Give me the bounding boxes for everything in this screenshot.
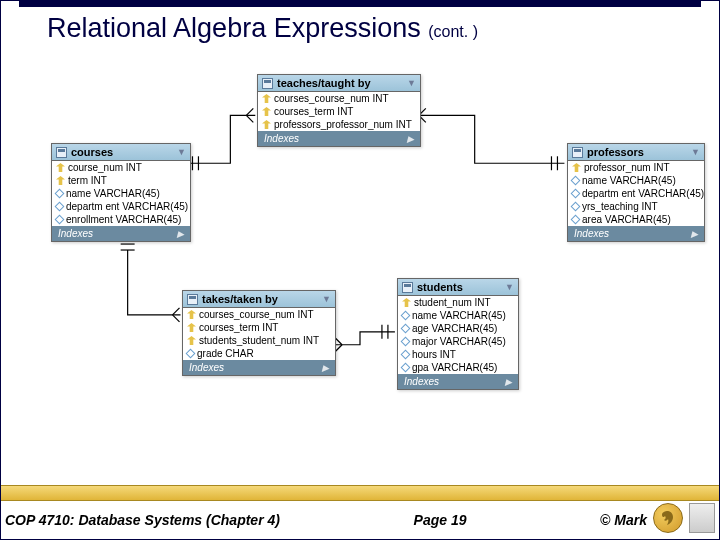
table-column: yrs_teaching INT: [568, 200, 704, 213]
table-students: students▼ student_num INTname VARCHAR(45…: [397, 278, 519, 390]
table-header: professors▼: [568, 144, 704, 161]
table-icon: [402, 282, 413, 293]
column-definition: area VARCHAR(45): [582, 214, 671, 225]
table-name: courses: [71, 146, 113, 158]
column-definition: student_num INT: [414, 297, 491, 308]
column-definition: name VARCHAR(45): [66, 188, 160, 199]
chevron-down-icon: ▼: [505, 282, 514, 292]
table-name: takes/taken by: [202, 293, 278, 305]
table-icon: [187, 294, 198, 305]
title-main: Relational Algebra Expressions: [47, 13, 428, 43]
table-icon: [572, 147, 583, 158]
page-title: Relational Algebra Expressions (cont. ): [19, 9, 701, 50]
key-icon: [187, 323, 196, 332]
footer: COP 4710: Database Systems (Chapter 4) P…: [1, 485, 719, 539]
table-column: age VARCHAR(45): [398, 322, 518, 335]
table-indexes: Indexes▶: [52, 226, 190, 241]
er-diagram: courses▼ course_num INTterm INTname VARC…: [1, 50, 719, 470]
column-definition: courses_term INT: [199, 322, 278, 333]
column-definition: hours INT: [412, 349, 456, 360]
key-icon: [187, 336, 196, 345]
table-column: students_student_num INT: [183, 334, 335, 347]
key-icon: [262, 107, 271, 116]
table-name: teaches/taught by: [277, 77, 371, 89]
key-icon: [187, 310, 196, 319]
column-definition: courses_course_num INT: [199, 309, 314, 320]
chevron-down-icon: ▼: [177, 147, 186, 157]
column-definition: course_num INT: [68, 162, 142, 173]
table-column: enrollment VARCHAR(45): [52, 213, 190, 226]
table-indexes: Indexes▶: [183, 360, 335, 375]
chevron-down-icon: ▼: [407, 78, 416, 88]
table-column: hours INT: [398, 348, 518, 361]
svg-line-12: [335, 338, 342, 345]
ucf-logo-icon: [653, 503, 683, 533]
table-icon: [262, 78, 273, 89]
table-column: departm ent VARCHAR(45): [52, 200, 190, 213]
column-definition: yrs_teaching INT: [582, 201, 658, 212]
column-definition: professor_num INT: [584, 162, 670, 173]
key-icon: [402, 298, 411, 307]
column-icon: [401, 363, 411, 373]
key-icon: [56, 163, 65, 172]
column-icon: [571, 176, 581, 186]
column-icon: [55, 202, 65, 212]
key-icon: [262, 94, 271, 103]
table-columns: course_num INTterm INTname VARCHAR(45)de…: [52, 161, 190, 226]
table-header: teaches/taught by▼: [258, 75, 420, 92]
table-icon: [56, 147, 67, 158]
footer-bar: [1, 485, 719, 501]
table-courses: courses▼ course_num INTterm INTname VARC…: [51, 143, 191, 242]
table-column: professor_num INT: [568, 161, 704, 174]
table-column: major VARCHAR(45): [398, 335, 518, 348]
column-definition: courses_course_num INT: [274, 93, 389, 104]
column-icon: [401, 350, 411, 360]
slide-control[interactable]: [689, 503, 715, 533]
table-indexes: Indexes▶: [258, 131, 420, 146]
table-column: name VARCHAR(45): [398, 309, 518, 322]
column-icon: [571, 189, 581, 199]
footer-page: Page 19: [280, 512, 600, 528]
footer-left: COP 4710: Database Systems (Chapter 4): [5, 512, 280, 528]
table-column: name VARCHAR(45): [568, 174, 704, 187]
table-column: courses_term INT: [258, 105, 420, 118]
column-definition: name VARCHAR(45): [582, 175, 676, 186]
column-icon: [401, 337, 411, 347]
table-column: student_num INT: [398, 296, 518, 309]
table-column: gpa VARCHAR(45): [398, 361, 518, 374]
key-icon: [262, 120, 271, 129]
table-column: courses_course_num INT: [258, 92, 420, 105]
table-columns: student_num INTname VARCHAR(45)age VARCH…: [398, 296, 518, 374]
column-definition: students_student_num INT: [199, 335, 319, 346]
column-definition: age VARCHAR(45): [412, 323, 497, 334]
svg-line-2: [246, 108, 253, 115]
title-cont: (cont. ): [428, 23, 478, 40]
table-takes: takes/taken by▼ courses_course_num INTco…: [182, 290, 336, 376]
table-columns: professor_num INTname VARCHAR(45)departm…: [568, 161, 704, 226]
table-indexes: Indexes▶: [568, 226, 704, 241]
column-icon: [55, 215, 65, 225]
column-definition: departm ent VARCHAR(45): [582, 188, 704, 199]
table-column: departm ent VARCHAR(45): [568, 187, 704, 200]
chevron-down-icon: ▼: [691, 147, 700, 157]
column-definition: enrollment VARCHAR(45): [66, 214, 181, 225]
table-column: area VARCHAR(45): [568, 213, 704, 226]
table-column: grade CHAR: [183, 347, 335, 360]
column-icon: [401, 324, 411, 334]
column-icon: [571, 215, 581, 225]
column-icon: [571, 202, 581, 212]
svg-line-13: [335, 345, 342, 352]
chevron-down-icon: ▼: [322, 294, 331, 304]
svg-line-3: [246, 115, 253, 122]
table-column: professors_professor_num INT: [258, 118, 420, 131]
table-column: name VARCHAR(45): [52, 187, 190, 200]
table-professors: professors▼ professor_num INTname VARCHA…: [567, 143, 705, 242]
column-definition: professors_professor_num INT: [274, 119, 412, 130]
key-icon: [572, 163, 581, 172]
column-definition: courses_term INT: [274, 106, 353, 117]
table-indexes: Indexes▶: [398, 374, 518, 389]
svg-line-11: [173, 315, 180, 322]
column-definition: gpa VARCHAR(45): [412, 362, 497, 373]
key-icon: [56, 176, 65, 185]
column-definition: grade CHAR: [197, 348, 254, 359]
